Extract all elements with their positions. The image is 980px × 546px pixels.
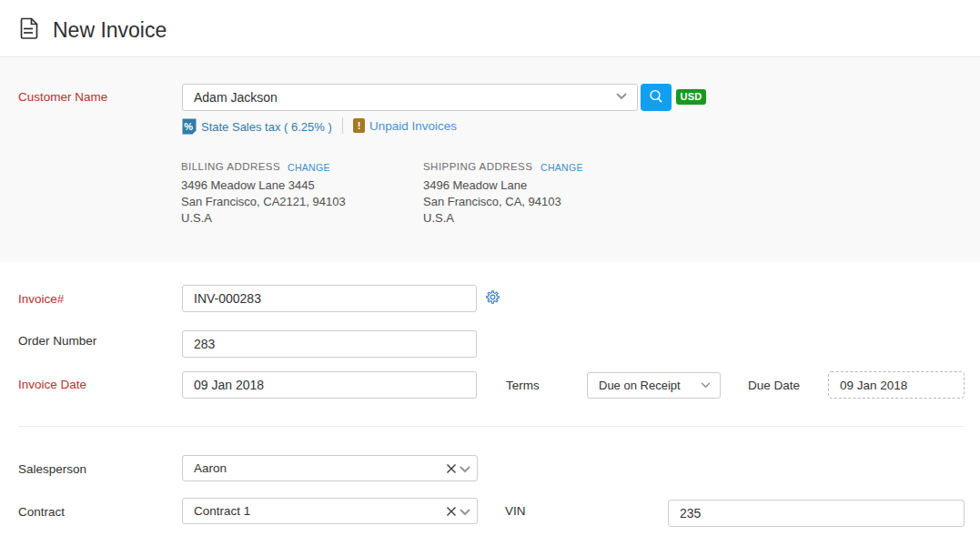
svg-text:%: % xyxy=(184,121,193,132)
